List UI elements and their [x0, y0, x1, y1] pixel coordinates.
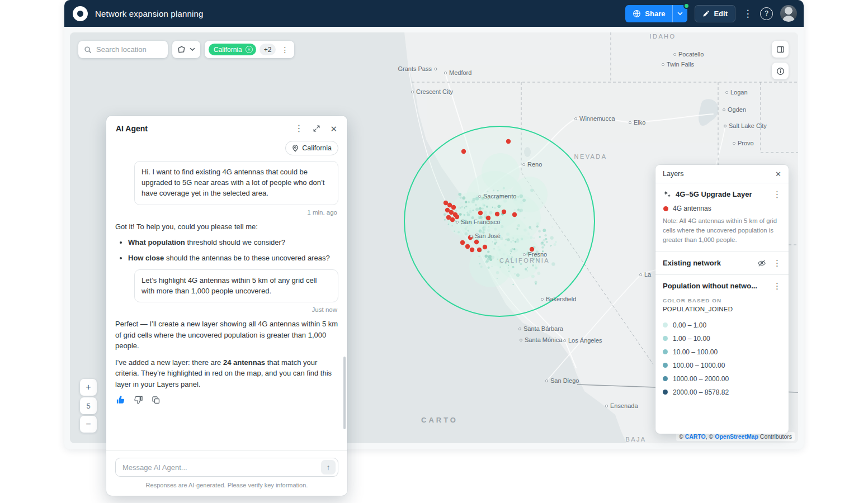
city-dot: [662, 63, 664, 66]
city-dot: [723, 108, 725, 111]
map-city-label: Ensenada: [605, 402, 638, 409]
city-dot: [520, 339, 522, 341]
ai-close-button[interactable]: ✕: [330, 125, 337, 133]
layer-name: Existing network: [663, 259, 721, 267]
copy-icon: [152, 396, 161, 405]
map-city-label: Grants Pass: [398, 65, 437, 72]
expand-icon: [313, 125, 320, 132]
page-title: Network expansion planning: [95, 9, 204, 18]
message-input[interactable]: [122, 463, 321, 472]
side-panel-icon: [776, 45, 785, 54]
thumbs-down-button[interactable]: [134, 395, 143, 405]
zoom-out-button[interactable]: −: [80, 416, 97, 433]
antenna-dot[interactable]: [451, 205, 456, 210]
map-toolbar: California ✕ +2 ⋮: [78, 41, 294, 58]
agent-question: What population threshold should we cons…: [128, 238, 338, 248]
antenna-dot[interactable]: [470, 248, 474, 252]
antenna-dot[interactable]: [460, 240, 465, 245]
copy-button[interactable]: [152, 396, 161, 405]
context-chip-california[interactable]: California: [285, 141, 338, 155]
zoom-controls: + 5 −: [80, 379, 97, 433]
visibility-off-button[interactable]: [757, 259, 766, 268]
agent-questions-list: What population threshold should we cons…: [128, 238, 338, 264]
basemap-panel-button[interactable]: [772, 41, 789, 58]
layers-panel: Layers ✕ 4G–5G Upgrade Layer ⋮ 4G antenn…: [655, 165, 789, 434]
chat-scrollbar[interactable]: [343, 357, 346, 429]
antenna-dot[interactable]: [483, 245, 487, 249]
ai-expand-button[interactable]: [313, 125, 320, 132]
globe-icon: [633, 10, 641, 18]
city-dot: [411, 91, 414, 93]
map-city-label: Santa Mónica: [520, 336, 562, 343]
ai-agent-panel: AI Agent ⋮ ✕ California: [106, 116, 347, 496]
population-layer-section: Population without netwo... ⋮ COLOR BASE…: [655, 275, 789, 406]
layer-name: 4G–5G Upgrade Layer: [676, 190, 752, 198]
legend-item: 2000.00 – 8578.82: [663, 386, 781, 399]
city-dot: [545, 379, 548, 382]
ai-agent-title: AI Agent: [116, 124, 148, 133]
city-dot: [563, 339, 566, 342]
city-dot: [522, 163, 525, 166]
header-menu-button[interactable]: ⋮: [743, 9, 753, 18]
legend-color-dot: [663, 336, 668, 341]
antenna-dot[interactable]: [495, 212, 499, 216]
antenna-dot[interactable]: [502, 210, 506, 214]
message-timestamp: Just now: [116, 306, 337, 313]
map-info-button[interactable]: [772, 63, 789, 79]
area-chip-california[interactable]: California ✕: [209, 44, 256, 55]
user-avatar[interactable]: [780, 5, 797, 22]
antenna-dot[interactable]: [478, 211, 483, 215]
map-city-label: Santa Bárbara: [518, 325, 563, 332]
edit-button[interactable]: Edit: [695, 5, 735, 22]
share-button[interactable]: Share: [625, 5, 672, 22]
osm-link[interactable]: OpenStreetMap: [715, 433, 758, 440]
areas-menu-button[interactable]: ⋮: [279, 45, 290, 54]
send-button[interactable]: ↑: [321, 460, 336, 474]
carto-link[interactable]: CARTO: [685, 433, 706, 440]
app-logo-icon[interactable]: [73, 6, 88, 21]
city-dot: [478, 195, 481, 198]
legend-color-dot: [663, 349, 668, 354]
screen: Network expansion planning Share: [0, 0, 868, 503]
edit-label: Edit: [714, 10, 728, 18]
ai-conversation[interactable]: California Hi. I want to find existing 4…: [106, 137, 347, 448]
selected-areas: California ✕ +2 ⋮: [205, 41, 294, 58]
agent-message: I’ve added a new layer: there are 24 ant…: [115, 357, 338, 390]
layer-menu-button[interactable]: ⋮: [773, 259, 781, 267]
layer-menu-button[interactable]: ⋮: [773, 190, 781, 198]
layers-panel-header: Layers ✕: [655, 165, 789, 183]
agent-question: How close should the antennas be to thes…: [128, 253, 338, 264]
search-input[interactable]: [96, 45, 162, 54]
legend-color-dot: [663, 322, 668, 328]
help-button[interactable]: ?: [760, 7, 773, 20]
legend-color-dot: [663, 363, 668, 368]
sparkles-icon: [663, 190, 671, 198]
layers-close-button[interactable]: ✕: [775, 170, 781, 178]
zoom-in-button[interactable]: +: [80, 379, 97, 396]
antenna-dot[interactable]: [465, 244, 470, 249]
more-areas-chip[interactable]: +2: [260, 44, 276, 55]
draw-tool-button[interactable]: [172, 41, 200, 58]
legend-color-dot: [663, 376, 668, 381]
attribution-text: Contributors: [758, 433, 792, 440]
city-dot: [541, 298, 544, 301]
antenna-dot[interactable]: [450, 217, 455, 222]
antenna-dot[interactable]: [461, 149, 466, 154]
map-city-label: Crescent City: [411, 88, 453, 95]
layer-menu-button[interactable]: ⋮: [773, 282, 781, 290]
context-chip-label: California: [302, 144, 332, 152]
map-city-label: Logan: [725, 89, 748, 96]
antenna-dot[interactable]: [474, 240, 479, 244]
antenna-dot[interactable]: [477, 248, 482, 252]
city-dot: [470, 235, 473, 238]
antenna-dot[interactable]: [512, 212, 517, 217]
remove-area-icon[interactable]: ✕: [246, 46, 253, 53]
agent-message: Got it! To help you, could you please te…: [115, 221, 338, 232]
feedback-row: [116, 395, 338, 405]
ai-menu-button[interactable]: ⋮: [294, 124, 303, 133]
thumbs-up-button[interactable]: [116, 395, 125, 405]
antenna-dot[interactable]: [506, 139, 511, 144]
info-icon: [776, 67, 785, 75]
carto-watermark: CARTO: [421, 416, 458, 424]
upgrade-layer-section: 4G–5G Upgrade Layer ⋮ 4G antennas Note: …: [655, 183, 789, 252]
